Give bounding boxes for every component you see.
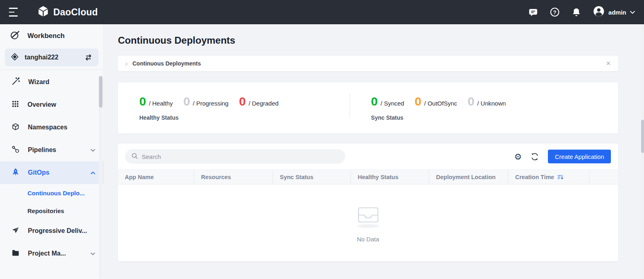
sidebar-item-progressive-delivery[interactable]: Progressive Deliv... [0, 220, 103, 242]
applications-table-card: ⚙ Create Application App Name Resources … [118, 144, 618, 261]
workbench-label: Workbench [27, 32, 65, 40]
sidebar-item-gitops[interactable]: GitOps [0, 161, 103, 184]
rocket-icon [11, 168, 20, 178]
help-icon[interactable]: ? [550, 7, 560, 17]
stat-healthy-label: / Healthy [149, 100, 173, 107]
sidebar-item-workbench[interactable]: Workbench [0, 24, 103, 48]
stat-synced: 0 / Synced [371, 95, 404, 108]
column-header-deployment-location[interactable]: Deployment Location [429, 170, 508, 184]
sidebar-nav: Wizard Overview Namespaces [0, 70, 103, 265]
stat-unknown: 0 / Unknown [468, 95, 506, 108]
column-header-resources[interactable]: Resources [194, 170, 273, 184]
stat-outofsync: 0 / OutOfSync [415, 95, 457, 108]
sidebar-item-label: Project Ma... [28, 250, 66, 257]
message-icon[interactable] [528, 7, 538, 17]
wizard-icon [11, 77, 20, 87]
sidebar-child-label: Repositories [27, 207, 64, 214]
table-empty-state: No Data [118, 184, 618, 261]
sync-status-caption: Sync Status [371, 114, 506, 121]
breadcrumb-close-icon[interactable]: ✕ [606, 60, 611, 67]
chevron-down-icon [90, 250, 95, 257]
settings-gear-icon[interactable]: ⚙ [514, 152, 522, 161]
stats-divider [350, 93, 350, 118]
create-application-button[interactable]: Create Application [548, 150, 611, 163]
sidebar-item-project-management[interactable]: Project Ma... [0, 242, 103, 265]
stat-synced-label: / Synced [381, 100, 404, 107]
page-scrollbar-thumb[interactable] [641, 120, 644, 153]
sidebar-item-namespaces[interactable]: Namespaces [0, 116, 103, 139]
stat-degraded-value: 0 [239, 95, 246, 108]
stat-progressing-value: 0 [183, 95, 190, 108]
sidebar-item-label: Pipelines [28, 146, 56, 154]
workspace-selector[interactable]: tanghai222 [5, 49, 99, 66]
grid-icon [11, 100, 19, 110]
status-summary-card: 0 / Healthy 0 / Progressing 0 / Degraded… [118, 82, 618, 133]
package-icon [11, 123, 20, 133]
chevron-down-icon [630, 8, 635, 16]
daocloud-logo-icon [37, 5, 49, 19]
column-header-creation-time[interactable]: Creation Time [508, 170, 589, 184]
sidebar-item-label: Wizard [28, 78, 49, 86]
stat-healthy: 0 / Healthy [139, 95, 173, 108]
stat-degraded-label: / Degraded [249, 100, 279, 107]
paper-plane-icon [11, 226, 20, 236]
brand-name: DaoCloud [53, 7, 98, 18]
avatar [593, 5, 605, 19]
sidebar-item-label: GitOps [28, 169, 49, 176]
stat-progressing: 0 / Progressing [183, 95, 229, 108]
stat-synced-value: 0 [371, 95, 378, 108]
stat-unknown-value: 0 [468, 95, 474, 108]
stat-outofsync-label: / OutOfSync [424, 100, 457, 107]
sidebar-item-label: Progressive Deliv... [28, 227, 87, 235]
breadcrumb-item[interactable]: Continuous Deployments [132, 60, 201, 67]
sidebar-item-label: Overview [27, 101, 56, 108]
pipeline-icon [11, 145, 20, 155]
sidebar-item-pipelines[interactable]: Pipelines [0, 139, 103, 161]
empty-inbox-icon [352, 203, 384, 230]
sidebar-item-repositories[interactable]: Repositories [0, 202, 103, 220]
column-header-healthy-status[interactable]: Healthy Status [351, 170, 429, 184]
empty-state-text: No Data [357, 236, 379, 243]
stat-degraded: 0 / Degraded [239, 95, 279, 108]
toolbar-actions: ⚙ Create Application [514, 150, 611, 163]
sort-descending-icon[interactable] [557, 174, 564, 180]
switch-workspace-icon[interactable] [84, 53, 93, 62]
sidebar-item-continuous-deployments[interactable]: Continuous Deplo... [0, 184, 103, 202]
refresh-icon[interactable] [531, 152, 539, 161]
username: admin [608, 9, 626, 16]
main-content: Continuous Deployments › Continuous Depl… [104, 24, 644, 279]
healthy-status-caption: Healthy Status [139, 114, 279, 121]
sidebar: Workbench tanghai222 [0, 24, 104, 279]
topbar-actions: ? admin [528, 5, 635, 19]
table-toolbar: ⚙ Create Application [118, 149, 618, 169]
breadcrumb-chevron-icon: › [125, 60, 128, 67]
sidebar-item-overview[interactable]: Overview [0, 93, 103, 116]
breadcrumb: › Continuous Deployments ✕ [118, 56, 618, 71]
sidebar-item-label: Namespaces [28, 124, 67, 131]
topbar: DaoCloud ? [0, 0, 644, 24]
stat-healthy-value: 0 [139, 95, 146, 108]
healthy-status-group: 0 / Healthy 0 / Progressing 0 / Degraded… [139, 95, 279, 121]
sidebar-item-wizard[interactable]: Wizard [0, 71, 103, 93]
search-box[interactable] [125, 149, 345, 164]
user-menu[interactable]: admin [593, 5, 635, 19]
sidebar-child-label: Continuous Deplo... [27, 190, 85, 197]
sidebar-scrollbar-thumb[interactable] [99, 76, 103, 108]
column-header-app-name[interactable]: App Name [118, 170, 194, 184]
brand-logo[interactable]: DaoCloud [37, 5, 98, 19]
chevron-down-icon [90, 146, 95, 154]
chevron-up-icon [90, 169, 95, 176]
page-title: Continuous Deployments [118, 35, 618, 46]
folder-icon [11, 249, 20, 259]
search-icon [131, 152, 138, 161]
notification-bell-icon[interactable] [571, 7, 581, 17]
stat-unknown-label: / Unknown [477, 100, 506, 107]
menu-toggle-icon[interactable] [9, 8, 19, 17]
workspace-icon [10, 53, 19, 63]
workbench-icon [10, 30, 20, 42]
stat-progressing-label: / Progressing [193, 100, 229, 107]
svg-text:?: ? [553, 9, 556, 15]
column-header-sync-status[interactable]: Sync Status [273, 170, 351, 184]
workspace-name: tanghai222 [25, 54, 59, 61]
search-input[interactable] [142, 153, 339, 160]
